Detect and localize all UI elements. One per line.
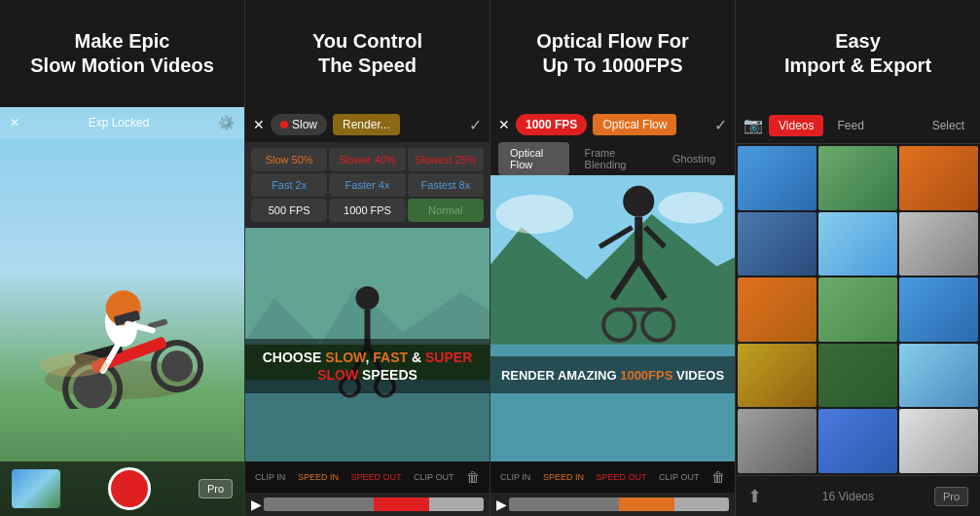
tab-optical-flow[interactable]: Optical Flow xyxy=(498,142,569,175)
panel1-body: ✕ Exp Locked ⚙️ xyxy=(0,107,244,516)
panel-speed-control: You ControlThe Speed ✕ Slow Render... ✓ … xyxy=(245,0,490,516)
panel3-title: Optical Flow ForUp To 1000FPS xyxy=(536,29,689,78)
clip-in-label2: CLIP IN xyxy=(500,472,530,482)
panel-slow-motion: Make EpicSlow Motion Videos ✕ Exp Locked… xyxy=(0,0,245,516)
speed-cell-1000fps[interactable]: 1000 FPS xyxy=(329,199,405,222)
video-count: 16 Videos xyxy=(822,490,874,503)
speed-cell-fast2x[interactable]: Fast 2x xyxy=(251,173,327,197)
clip-out-label2: CLIP OUT xyxy=(659,472,699,482)
panel3-header: Optical Flow ForUp To 1000FPS xyxy=(490,0,735,107)
svg-point-27 xyxy=(495,195,573,234)
render-pill[interactable]: Render... xyxy=(333,114,400,135)
video-thumb-13[interactable] xyxy=(738,409,817,473)
speed-promo-label: CHOOSE SLOW, FAST & SUPER SLOW SPEEDS xyxy=(263,350,473,383)
play-button[interactable]: ▶ xyxy=(251,497,262,512)
optical-timeline-bar: ▶ xyxy=(490,493,735,516)
video-thumb-9[interactable] xyxy=(899,277,978,342)
close-icon[interactable]: ✕ xyxy=(498,117,510,132)
import-footer: ⬆ 16 Videos Pro xyxy=(736,475,980,516)
tab-frame-blending[interactable]: Frame Blending xyxy=(573,142,657,175)
panel3-body: ✕ 1000 FPS Optical Flow ✓ Optical Flow F… xyxy=(490,107,735,516)
trash-icon[interactable]: 🗑 xyxy=(466,469,480,485)
record-bar: Pro xyxy=(0,461,244,516)
check-icon[interactable]: ✓ xyxy=(714,116,727,134)
optical-video-area: RENDER AMAZING 1000FPS VIDEOS xyxy=(490,175,735,461)
speed-cell-slowest25[interactable]: Slowest 25% xyxy=(408,148,484,171)
timeline-track[interactable] xyxy=(264,498,484,511)
svg-point-29 xyxy=(623,186,654,217)
slow-label: Slow xyxy=(292,118,317,131)
optical-promo-label: RENDER AMAZING 1000FPS VIDEOS xyxy=(501,368,724,383)
panel2-body: ✕ Slow Render... ✓ Slow 50% Slower 40% xyxy=(245,107,490,516)
video-thumb-12[interactable] xyxy=(899,344,978,408)
panel-import-export: EasyImport & Export 📷 Videos Feed Select xyxy=(736,0,980,516)
pro-badge[interactable]: Pro xyxy=(199,479,233,498)
speed-cell-faster4x[interactable]: Faster 4x xyxy=(329,173,405,197)
video-thumb-6[interactable] xyxy=(899,212,978,276)
fps-label: 1000 FPS xyxy=(526,118,577,131)
speed-out-label2: SPEED OUT xyxy=(597,472,647,482)
trash-icon2[interactable]: 🗑 xyxy=(711,469,725,485)
track-red xyxy=(374,498,429,511)
video-thumb-15[interactable] xyxy=(899,409,978,473)
tab-ghosting[interactable]: Ghosting xyxy=(661,148,727,169)
speed-cell-slower40[interactable]: Slower 40% xyxy=(329,148,405,171)
track-orange xyxy=(619,498,674,511)
moto-scene xyxy=(0,107,244,516)
record-button[interactable] xyxy=(108,467,151,510)
optical-flow-pill[interactable]: Optical Flow xyxy=(593,114,676,135)
speed-cell-500fps[interactable]: 500 FPS xyxy=(251,199,327,222)
svg-point-28 xyxy=(658,192,723,223)
speed-cell-normal[interactable]: Normal xyxy=(408,199,484,222)
close-icon[interactable]: ✕ xyxy=(253,117,265,132)
svg-point-13 xyxy=(40,353,108,377)
of-label: Optical Flow xyxy=(602,118,667,131)
render-label: Render... xyxy=(343,118,390,131)
video-thumb-11[interactable] xyxy=(818,344,897,408)
video-thumb-2[interactable] xyxy=(818,146,897,210)
video-thumb-3[interactable] xyxy=(899,146,978,210)
panel-optical-flow: Optical Flow ForUp To 1000FPS ✕ 1000 FPS… xyxy=(490,0,736,516)
optical-timeline-track[interactable] xyxy=(509,498,729,511)
camera-icon: 📷 xyxy=(744,116,763,134)
optical-ui: ✕ 1000 FPS Optical Flow ✓ Optical Flow F… xyxy=(490,107,735,516)
tab-feed-button[interactable]: Feed xyxy=(829,115,871,136)
video-grid xyxy=(736,144,980,475)
video-thumb-5[interactable] xyxy=(818,212,897,276)
video-thumb-14[interactable] xyxy=(818,409,897,473)
optical-tabs-row: Optical Flow Frame Blending Ghosting xyxy=(490,142,735,175)
video-thumb-1[interactable] xyxy=(738,146,817,210)
speed-grid: Slow 50% Slower 40% Slowest 25% Fast 2x … xyxy=(245,142,490,228)
slow-pill[interactable]: Slow xyxy=(271,114,327,135)
import-toolbar: 📷 Videos Feed Select xyxy=(736,107,980,144)
thumbnail-strip xyxy=(12,469,60,508)
video-thumb-4[interactable] xyxy=(738,212,817,276)
panel4-header: EasyImport & Export xyxy=(736,0,980,107)
optical-video-svg xyxy=(490,175,735,461)
speed-toolbar: ✕ Slow Render... ✓ xyxy=(245,107,490,142)
timeline-bar: ▶ xyxy=(245,493,490,516)
check-icon[interactable]: ✓ xyxy=(469,116,482,134)
panel2-title: You ControlThe Speed xyxy=(312,29,422,78)
tab-select-button[interactable]: Select xyxy=(925,115,972,136)
panel2-header: You ControlThe Speed xyxy=(245,0,490,107)
video-thumb-8[interactable] xyxy=(818,277,897,342)
tab-videos-button[interactable]: Videos xyxy=(769,115,823,136)
track-light xyxy=(429,498,485,511)
video-thumb-10[interactable] xyxy=(738,344,817,408)
speed-in-label2: SPEED IN xyxy=(543,472,584,482)
timeline-controls: CLIP IN SPEED IN SPEED OUT CLIP OUT 🗑 xyxy=(245,461,490,493)
video-thumb-7[interactable] xyxy=(738,277,817,342)
speed-cell-slow50[interactable]: Slow 50% xyxy=(251,148,327,171)
speed-ui: ✕ Slow Render... ✓ Slow 50% Slower 40% xyxy=(245,107,490,516)
red-dot-icon xyxy=(280,121,288,129)
track-gray xyxy=(264,498,374,511)
panel4-title: EasyImport & Export xyxy=(784,29,931,78)
pro-badge2[interactable]: Pro xyxy=(934,487,968,506)
fps-pill[interactable]: 1000 FPS xyxy=(516,114,587,135)
speed-cell-fastest8x[interactable]: Fastest 8x xyxy=(408,173,484,197)
play-button2[interactable]: ▶ xyxy=(496,497,507,512)
motorcycle-svg xyxy=(35,214,210,409)
upload-icon[interactable]: ⬆ xyxy=(747,486,762,507)
track-gray2 xyxy=(509,498,619,511)
